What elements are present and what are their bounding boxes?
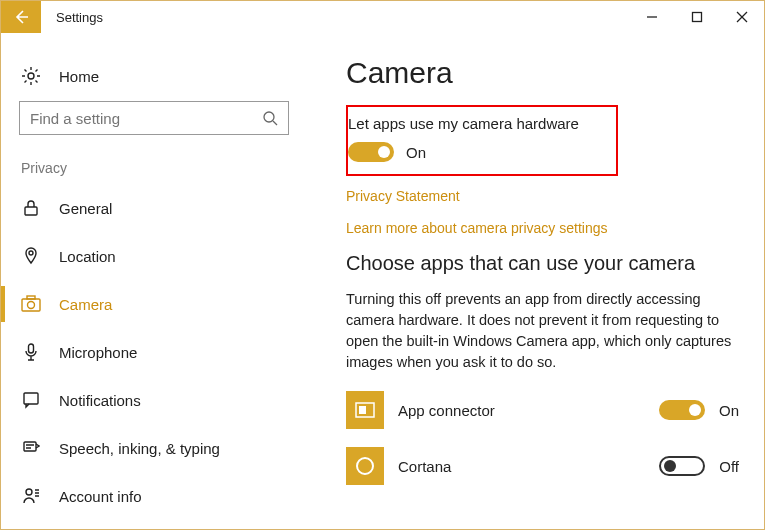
cortana-icon (346, 447, 384, 485)
camera-icon (21, 294, 41, 314)
svg-point-4 (28, 73, 34, 79)
sidebar-item-notifications[interactable]: Notifications (19, 376, 283, 424)
minimize-button[interactable] (629, 1, 674, 33)
home-label: Home (59, 68, 99, 85)
speech-icon (21, 438, 41, 458)
svg-point-18 (357, 458, 373, 474)
main-content: Camera Let apps use my camera hardware O… (346, 46, 739, 529)
hardware-toggle-label: Let apps use my camera hardware (348, 115, 604, 132)
page-title: Camera (346, 56, 739, 90)
cortana-toggle[interactable] (659, 456, 705, 476)
svg-rect-1 (692, 13, 701, 22)
maximize-button[interactable] (674, 1, 719, 33)
svg-rect-12 (29, 344, 34, 353)
sidebar-item-general[interactable]: General (19, 184, 283, 232)
sidebar-item-microphone[interactable]: Microphone (19, 328, 283, 376)
sidebar-item-label: Account info (59, 488, 142, 505)
highlight-box: Let apps use my camera hardware On (346, 105, 618, 176)
notifications-icon (21, 390, 41, 410)
sidebar-item-label: Camera (59, 296, 112, 313)
home-button[interactable]: Home (21, 66, 283, 86)
svg-line-6 (273, 121, 277, 125)
app-toggle-wrap: On (659, 400, 739, 420)
sidebar-item-location[interactable]: Location (19, 232, 283, 280)
app-name: App connector (398, 402, 659, 419)
sidebar-item-label: Speech, inking, & typing (59, 440, 220, 457)
sidebar-item-label: Microphone (59, 344, 137, 361)
app-row-connector: App connector On (346, 391, 739, 429)
titlebar: Settings (1, 1, 764, 33)
toggle-knob (689, 404, 701, 416)
close-icon (736, 11, 748, 23)
hardware-toggle-state: On (406, 144, 426, 161)
lock-icon (21, 198, 41, 218)
learn-more-link[interactable]: Learn more about camera privacy settings (346, 220, 739, 236)
search-input[interactable] (30, 110, 262, 127)
svg-point-5 (264, 112, 274, 122)
location-icon (21, 246, 41, 266)
close-button[interactable] (719, 1, 764, 33)
toggle-knob (664, 460, 676, 472)
search-box[interactable] (19, 101, 289, 135)
app-row-cortana: Cortana Off (346, 447, 739, 485)
sidebar: Home Privacy General Location Camera Mic… (1, 46, 301, 530)
search-icon (262, 110, 278, 126)
app-toggle-state: Off (719, 458, 739, 475)
back-arrow-icon (12, 8, 30, 26)
hardware-toggle-row: On (348, 142, 604, 162)
choose-apps-heading: Choose apps that can use your camera (346, 252, 739, 275)
minimize-icon (646, 11, 658, 23)
account-icon (21, 486, 41, 506)
app-name: Cortana (398, 458, 659, 475)
app-toggle-wrap: Off (659, 456, 739, 476)
sidebar-item-speech[interactable]: Speech, inking, & typing (19, 424, 283, 472)
svg-rect-17 (359, 406, 366, 414)
sidebar-item-camera[interactable]: Camera (19, 280, 283, 328)
svg-point-8 (29, 251, 33, 255)
sidebar-item-label: Location (59, 248, 116, 265)
svg-rect-13 (24, 393, 38, 404)
svg-rect-11 (27, 296, 35, 299)
privacy-statement-link[interactable]: Privacy Statement (346, 188, 739, 204)
maximize-icon (691, 11, 703, 23)
svg-rect-14 (24, 442, 36, 451)
app-toggle-state: On (719, 402, 739, 419)
svg-point-10 (28, 302, 35, 309)
sidebar-item-account[interactable]: Account info (19, 472, 283, 520)
section-header: Privacy (21, 160, 283, 176)
description-text: Turning this off prevents an app from di… (346, 289, 736, 373)
hardware-toggle[interactable] (348, 142, 394, 162)
sidebar-item-label: General (59, 200, 112, 217)
window-title: Settings (56, 10, 103, 25)
app-connector-icon (346, 391, 384, 429)
svg-point-15 (26, 489, 32, 495)
toggle-knob (378, 146, 390, 158)
sidebar-item-label: Notifications (59, 392, 141, 409)
svg-rect-9 (22, 299, 40, 311)
microphone-icon (21, 342, 41, 362)
app-connector-toggle[interactable] (659, 400, 705, 420)
back-button[interactable] (1, 1, 41, 33)
svg-rect-7 (25, 207, 37, 215)
gear-icon (21, 66, 41, 86)
window-controls (629, 1, 764, 33)
